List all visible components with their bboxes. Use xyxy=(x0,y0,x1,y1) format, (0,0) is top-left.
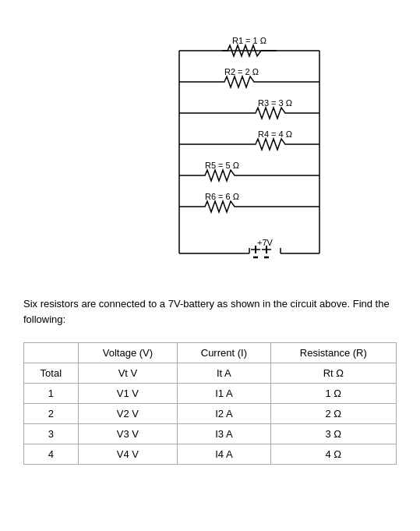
r1-label: R1 = 1 Ω xyxy=(232,36,266,45)
row-voltage: V2 V xyxy=(78,404,177,424)
r5-label: R5 = 5 Ω xyxy=(205,161,239,170)
row-label: 3 xyxy=(24,424,79,444)
circuit-diagram: R1 = 1 Ω R2 = 2 Ω R3 = 3 Ω R4 = 4 Ω R5 =… xyxy=(16,16,404,281)
row-current: I1 A xyxy=(178,384,270,404)
row-voltage: V1 V xyxy=(78,384,177,404)
row-current: I3 A xyxy=(178,424,270,444)
row-label: Total xyxy=(24,363,79,384)
table-row: 3 V3 V I3 A 3 Ω xyxy=(24,424,397,444)
row-voltage: Vt V xyxy=(78,363,177,384)
r3-label: R3 = 3 Ω xyxy=(258,98,292,108)
description-text: Six resistors are connected to a 7V-batt… xyxy=(16,296,404,327)
results-table: Voltage (V) Current (I) Resistance (R) T… xyxy=(23,342,397,465)
r2-label: R2 = 2 Ω xyxy=(224,67,259,76)
row-resistance: Rt Ω xyxy=(270,363,396,384)
row-current: I2 A xyxy=(178,404,270,424)
table-row: 4 V4 V I4 A 4 Ω xyxy=(24,444,397,465)
r6-label: R6 = 6 Ω xyxy=(205,192,239,201)
row-current: It A xyxy=(178,363,270,384)
row-resistance: 4 Ω xyxy=(270,444,396,465)
col-header-voltage: Voltage (V) xyxy=(78,343,177,363)
row-resistance: 3 Ω xyxy=(270,424,396,444)
row-label: 4 xyxy=(24,444,79,465)
row-label: 2 xyxy=(24,404,79,424)
row-current: I4 A xyxy=(178,444,270,465)
row-resistance: 1 Ω xyxy=(270,384,396,404)
row-voltage: V4 V xyxy=(78,444,177,465)
table-row: 2 V2 V I2 A 2 Ω xyxy=(24,404,397,424)
data-table-container: Voltage (V) Current (I) Resistance (R) T… xyxy=(16,342,404,465)
col-header-current: Current (I) xyxy=(178,343,270,363)
battery-label: +7V xyxy=(257,238,274,247)
row-resistance: 2 Ω xyxy=(270,404,396,424)
table-row: 1 V1 V I1 A 1 Ω xyxy=(24,384,397,404)
col-header-resistance: Resistance (R) xyxy=(270,343,396,363)
row-voltage: V3 V xyxy=(78,424,177,444)
col-header-label xyxy=(24,343,79,363)
table-row: Total Vt V It A Rt Ω xyxy=(24,363,397,384)
r4-label: R4 = 4 Ω xyxy=(258,129,292,139)
row-label: 1 xyxy=(24,384,79,404)
